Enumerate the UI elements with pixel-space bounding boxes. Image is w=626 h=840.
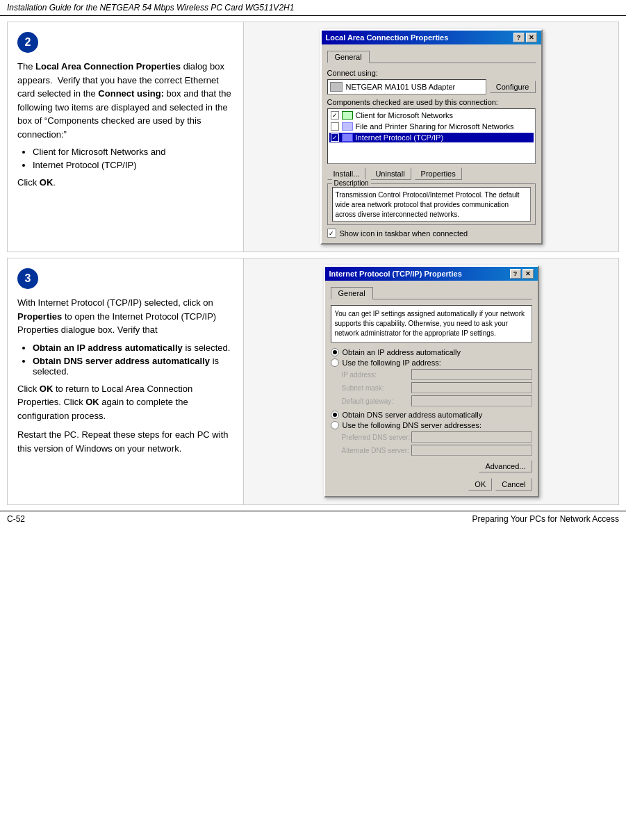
component-1: ✓ Client for Microsoft Networks [329, 110, 534, 120]
alternate-dns-label: Alternate DNS server: [342, 447, 411, 454]
step-2-click: Click OK. [17, 176, 232, 190]
lan-dialog-body: General Connect using: NETGEAR MA101 USB… [322, 44, 541, 243]
use-following-ip-label: Use the following IP address: [343, 359, 441, 367]
alternate-dns-row: Alternate DNS server: [342, 445, 532, 456]
alternate-dns-input [411, 445, 532, 456]
components-list: ✓ Client for Microsoft Networks File and… [327, 108, 536, 164]
step-2-bold-1: Local Area Connection Properties [35, 61, 181, 72]
main-content: 2 The Local Area Connection Properties d… [0, 22, 626, 505]
component-2: File and Printer Sharing for Microsoft N… [329, 122, 534, 131]
tcpip-general-tab[interactable]: General [331, 287, 373, 299]
tcpip-info-box: You can get IP settings assigned automat… [331, 305, 532, 343]
adapter-row: NETGEAR MA101 USB Adapter Configure [327, 79, 536, 94]
subnet-mask-label: Subnet mask: [342, 384, 411, 392]
show-icon-checkbox[interactable]: ✓ [327, 229, 336, 238]
lan-dialog-tabs: General [327, 50, 536, 63]
header-text: Installation Guide for the NETGEAR 54 Mb… [7, 3, 294, 13]
tcpip-close-button[interactable]: ✕ [522, 269, 534, 279]
subnet-mask-input [411, 382, 532, 393]
show-icon-label: Show icon in taskbar when connected [340, 229, 468, 238]
description-group: Description Transmission Control Protoco… [327, 183, 536, 225]
step-2-description: The Local Area Connection Properties dia… [17, 60, 232, 141]
page-footer: C-52 Preparing Your PCs for Network Acce… [0, 511, 626, 527]
component-1-name: Client for Microsoft Networks [356, 111, 454, 120]
configure-button[interactable]: Configure [490, 81, 536, 93]
step-3-description: With Internet Protocol (TCP/IP) selected… [17, 296, 232, 337]
tcpip-dialog-body: General You can get IP settings assigned… [325, 281, 538, 496]
ip-address-input [411, 369, 532, 380]
tcpip-title-buttons: ? ✕ [510, 269, 534, 279]
ok-cancel-row: OK Cancel [331, 478, 532, 491]
lan-dialog-title: Local Area Connection Properties [326, 33, 449, 42]
close-button[interactable]: ✕ [526, 33, 537, 42]
use-following-dns-label: Use the following DNS server addresses: [343, 421, 482, 429]
dns-fields: Preferred DNS server: Alternate DNS serv… [342, 431, 532, 456]
tcpip-cancel-button[interactable]: Cancel [495, 478, 532, 491]
use-following-dns-radio[interactable] [331, 421, 339, 429]
properties-button[interactable]: Properties [415, 167, 462, 180]
subnet-mask-row: Subnet mask: [342, 382, 532, 393]
obtain-dns-auto-option: Obtain DNS server address automatically [331, 411, 532, 419]
component-1-checkbox[interactable]: ✓ [331, 111, 339, 120]
component-3: ✓ Internet Protocol (TCP/IP) [329, 133, 534, 142]
description-text: Transmission Control Protocol/Internet P… [332, 187, 531, 222]
step-3-bullet-2: Obtain DNS server address automatically … [33, 356, 232, 377]
step-3-right: Internet Protocol (TCP/IP) Properties ? … [244, 258, 618, 504]
step-3-left: 3 With Internet Protocol (TCP/IP) select… [8, 258, 244, 504]
preferred-dns-input [411, 431, 532, 443]
component-3-name: Internet Protocol (TCP/IP) [356, 133, 444, 142]
default-gateway-input [411, 395, 532, 406]
tcpip-dialog: Internet Protocol (TCP/IP) Properties ? … [324, 265, 539, 497]
component-3-checkbox[interactable]: ✓ [331, 133, 339, 142]
components-label: Components checked are used by this conn… [327, 98, 536, 106]
footer-right: Preparing Your PCs for Network Access [472, 514, 619, 524]
obtain-ip-auto-label: Obtain an IP address automatically [343, 348, 461, 356]
component-2-icon [342, 122, 353, 131]
step-3-restart: Restart the PC. Repeat these steps for e… [17, 428, 232, 455]
use-following-ip-option: Use the following IP address: [331, 359, 532, 367]
lan-dialog-title-buttons: ? ✕ [513, 33, 537, 42]
general-tab[interactable]: General [327, 51, 370, 63]
adapter-name: NETGEAR MA101 USB Adapter [346, 83, 456, 91]
step-2-row: 2 The Local Area Connection Properties d… [7, 22, 619, 252]
advanced-button[interactable]: Advanced... [479, 460, 532, 472]
step-2-bullets: Client for Microsoft Networks and Intern… [33, 147, 232, 170]
step-3-bullet-1: Obtain an IP address automatically is se… [33, 343, 232, 353]
use-following-ip-radio[interactable] [331, 359, 339, 367]
component-3-icon [342, 133, 353, 142]
lan-properties-dialog: Local Area Connection Properties ? ✕ Gen… [320, 29, 543, 245]
default-gateway-row: Default gateway: [342, 395, 532, 406]
step-2-right: Local Area Connection Properties ? ✕ Gen… [244, 22, 618, 252]
step-3-row: 3 With Internet Protocol (TCP/IP) select… [7, 258, 619, 505]
preferred-dns-label: Preferred DNS server: [342, 434, 411, 441]
step-2-bullet-2: Internet Protocol (TCP/IP) [33, 160, 232, 170]
description-group-title: Description [332, 179, 371, 187]
component-2-checkbox[interactable] [331, 122, 339, 131]
adapter-textbox: NETGEAR MA101 USB Adapter [327, 79, 486, 94]
install-button[interactable]: Install... [327, 167, 366, 180]
component-2-name: File and Printer Sharing for Microsoft N… [356, 122, 514, 131]
show-icon-row: ✓ Show icon in taskbar when connected [327, 229, 536, 238]
step-2-badge: 2 [17, 32, 38, 53]
obtain-ip-auto-option: Obtain an IP address automatically [331, 348, 532, 356]
advanced-btn-row: Advanced... [331, 460, 532, 472]
uninstall-button[interactable]: Uninstall [369, 167, 411, 180]
tcpip-help-button[interactable]: ? [510, 269, 521, 279]
dns-section: Obtain DNS server address automatically … [331, 411, 532, 456]
adapter-icon [330, 82, 343, 92]
ip-fields: IP address: Subnet mask: Default gateway… [342, 369, 532, 406]
step-3-click-ok: Click OK to return to Local Area Connect… [17, 382, 232, 423]
obtain-ip-auto-radio[interactable] [331, 348, 339, 356]
ip-address-label: IP address: [342, 371, 411, 379]
step-2-bold-2: Connect using: [98, 88, 164, 99]
tcpip-ok-button[interactable]: OK [468, 478, 492, 491]
ip-address-row: IP address: [342, 369, 532, 380]
tcpip-titlebar: Internet Protocol (TCP/IP) Properties ? … [325, 267, 538, 281]
use-following-dns-option: Use the following DNS server addresses: [331, 421, 532, 429]
step-3-badge: 3 [17, 268, 38, 289]
obtain-dns-auto-label: Obtain DNS server address automatically [343, 411, 483, 419]
obtain-dns-auto-radio[interactable] [331, 411, 339, 419]
step-3-properties-bold: Properties [17, 311, 62, 322]
step-2-left: 2 The Local Area Connection Properties d… [8, 22, 244, 252]
help-button[interactable]: ? [513, 33, 525, 42]
